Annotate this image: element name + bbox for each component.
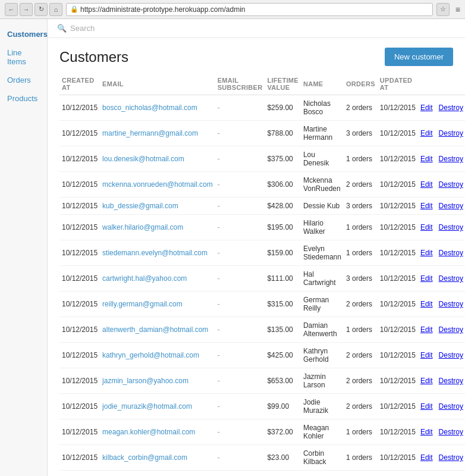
edit-link[interactable]: Edit	[420, 104, 433, 112]
cell-actions: Edit Destroy	[418, 368, 465, 394]
cell-email[interactable]: altenwerth_damian@hotmail.com	[100, 317, 215, 343]
edit-link[interactable]: Edit	[420, 180, 433, 189]
cell-email[interactable]: stiedemann.evelyn@hotmail.com	[100, 240, 215, 266]
email-link[interactable]: reilly.german@gmail.com	[102, 300, 183, 308]
cell-orders: 3 orders	[344, 121, 378, 146]
cell-email[interactable]: kub_dessie@gmail.com	[100, 198, 215, 215]
email-link[interactable]: kathryn_gerhold@hotmail.com	[102, 351, 199, 359]
cell-created-at: 10/12/2015	[59, 172, 100, 198]
destroy-link[interactable]: Destroy	[439, 202, 463, 210]
cell-email[interactable]: jodie_murazik@hotmail.com	[100, 394, 215, 419]
cell-created-at: 10/12/2015	[59, 445, 100, 471]
edit-link[interactable]: Edit	[420, 377, 433, 385]
edit-link[interactable]: Edit	[420, 428, 433, 436]
table-row: 10/12/2015 reilly.german@gmail.com - $31…	[59, 292, 465, 317]
cell-email[interactable]: lou.denesik@hotmail.com	[100, 146, 215, 172]
cell-email[interactable]: reilly.german@gmail.com	[100, 292, 215, 317]
email-link[interactable]: meagan.kohler@hotmail.com	[102, 428, 195, 436]
sidebar-item-line-items[interactable]: Line Items	[0, 43, 47, 71]
destroy-link[interactable]: Destroy	[439, 377, 463, 385]
cell-email-subscriber: -	[215, 343, 265, 368]
destroy-link[interactable]: Destroy	[439, 325, 463, 334]
cell-email[interactable]: jazmin_larson@yahoo.com	[100, 368, 215, 394]
destroy-link[interactable]: Destroy	[439, 180, 463, 189]
sidebar-item-orders[interactable]: Orders	[0, 71, 47, 89]
cell-email-subscriber: -	[215, 317, 265, 343]
edit-link[interactable]: Edit	[420, 129, 433, 137]
home-button[interactable]: ⌂	[49, 3, 62, 16]
search-input[interactable]	[70, 24, 189, 33]
destroy-link[interactable]: Destroy	[439, 351, 463, 359]
cell-email[interactable]: mckenna.vonrueden@hotmail.com	[100, 172, 215, 198]
destroy-link[interactable]: Destroy	[439, 402, 463, 411]
email-link[interactable]: kub_dessie@gmail.com	[102, 202, 178, 210]
cell-email[interactable]: meagan.kohler@hotmail.com	[100, 419, 215, 445]
cell-lifetime-value: $111.00	[265, 266, 301, 292]
email-link[interactable]: walker.hilario@gmail.com	[102, 223, 183, 231]
col-name: NAME	[301, 73, 344, 95]
browser-menu-button[interactable]: ≡	[455, 5, 460, 14]
edit-link[interactable]: Edit	[420, 402, 433, 411]
cell-updated-at: 10/12/2015	[378, 146, 418, 172]
email-link[interactable]: kilback_corbin@gmail.com	[102, 453, 187, 462]
destroy-link[interactable]: Destroy	[439, 223, 463, 231]
destroy-link[interactable]: Destroy	[439, 104, 463, 112]
email-link[interactable]: altenwerth_damian@hotmail.com	[102, 325, 208, 334]
cell-email[interactable]: bosco_nicholas@hotmail.com	[100, 95, 215, 121]
edit-link[interactable]: Edit	[420, 325, 433, 334]
edit-link[interactable]: Edit	[420, 249, 433, 257]
bookmark-button[interactable]: ☆	[436, 3, 450, 16]
destroy-link[interactable]: Destroy	[439, 129, 463, 137]
app-container: Customers Line Items Orders Products 🔍 C…	[0, 19, 465, 476]
email-link[interactable]: cartwright.hal@yahoo.com	[102, 274, 187, 283]
destroy-link[interactable]: Destroy	[439, 428, 463, 436]
cell-updated-at: 10/12/2015	[378, 394, 418, 419]
url-text: https://administrate-prototype.herokuapp…	[80, 5, 245, 14]
cell-created-at: 10/12/2015	[59, 292, 100, 317]
destroy-link[interactable]: Destroy	[439, 274, 463, 283]
sidebar-item-customers[interactable]: Customers	[0, 25, 47, 43]
sidebar-item-products[interactable]: Products	[0, 89, 47, 108]
refresh-button[interactable]: ↻	[34, 3, 48, 16]
cell-email[interactable]: kilback_corbin@gmail.com	[100, 445, 215, 471]
destroy-link[interactable]: Destroy	[439, 453, 463, 462]
cell-email[interactable]: martine_hermann@gmail.com	[100, 121, 215, 146]
cell-email[interactable]: gleason_marcel@gmail.com	[100, 471, 215, 477]
cell-actions: Edit Destroy	[418, 394, 465, 419]
email-link[interactable]: jodie_murazik@hotmail.com	[102, 402, 192, 411]
edit-link[interactable]: Edit	[420, 453, 433, 462]
cell-orders: 2 orders	[344, 292, 378, 317]
table-row: 10/12/2015 walker.hilario@gmail.com - $1…	[59, 215, 465, 240]
edit-link[interactable]: Edit	[420, 274, 433, 283]
customers-table: CREATED AT EMAIL EMAILSUBSCRIBER LIFETIM…	[59, 73, 465, 476]
email-link[interactable]: mckenna.vonrueden@hotmail.com	[102, 180, 213, 189]
cell-email[interactable]: walker.hilario@gmail.com	[100, 215, 215, 240]
destroy-link[interactable]: Destroy	[439, 249, 463, 257]
table-header: CREATED AT EMAIL EMAILSUBSCRIBER LIFETIM…	[59, 73, 465, 95]
cell-name: Kathryn Gerhold	[301, 343, 344, 368]
back-button[interactable]: ←	[5, 3, 18, 16]
cell-orders: 1 orders	[344, 146, 378, 172]
cell-email[interactable]: kathryn_gerhold@hotmail.com	[100, 343, 215, 368]
email-link[interactable]: jazmin_larson@yahoo.com	[102, 377, 188, 385]
cell-created-at: 10/12/2015	[59, 121, 100, 146]
email-link[interactable]: martine_hermann@gmail.com	[102, 129, 198, 137]
cell-created-at: 10/12/2015	[59, 198, 100, 215]
edit-link[interactable]: Edit	[420, 223, 433, 231]
url-bar[interactable]: 🔒 https://administrate-prototype.herokua…	[66, 3, 433, 16]
edit-link[interactable]: Edit	[420, 155, 433, 163]
email-link[interactable]: bosco_nicholas@hotmail.com	[102, 104, 197, 112]
destroy-link[interactable]: Destroy	[439, 300, 463, 308]
new-customer-button[interactable]: New customer	[385, 48, 453, 66]
email-link[interactable]: lou.denesik@hotmail.com	[102, 155, 184, 163]
cell-created-at: 10/12/2015	[59, 95, 100, 121]
forward-button[interactable]: →	[20, 3, 33, 16]
edit-link[interactable]: Edit	[420, 300, 433, 308]
edit-link[interactable]: Edit	[420, 202, 433, 210]
edit-link[interactable]: Edit	[420, 351, 433, 359]
browser-nav[interactable]: ← → ↻ ⌂	[5, 3, 62, 16]
cell-orders: 1 orders	[344, 445, 378, 471]
email-link[interactable]: stiedemann.evelyn@hotmail.com	[102, 249, 208, 257]
destroy-link[interactable]: Destroy	[439, 155, 463, 163]
cell-email[interactable]: cartwright.hal@yahoo.com	[100, 266, 215, 292]
